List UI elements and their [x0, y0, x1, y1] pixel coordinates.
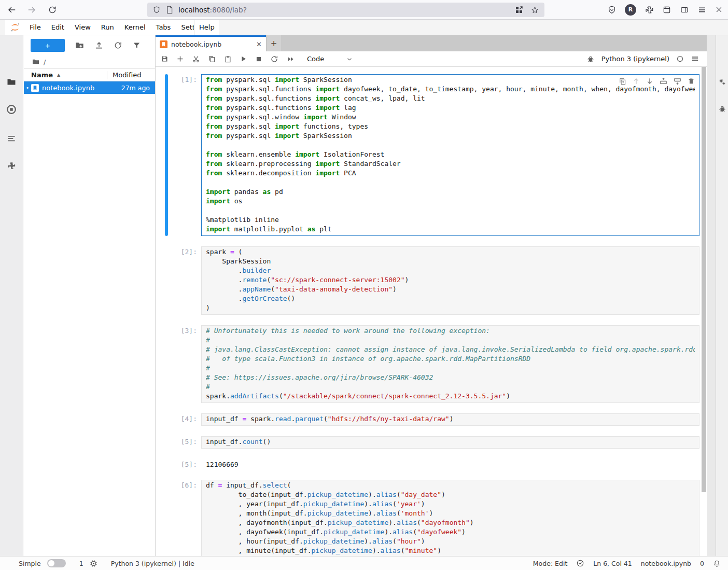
menu-item-file[interactable]: File	[25, 20, 46, 35]
sidebar-toggle-icon[interactable]	[680, 5, 689, 15]
notebook-cell[interactable]: [1]:from pyspark.sql import SparkSession…	[165, 74, 699, 236]
cell-collapser[interactable]	[165, 74, 168, 236]
running-kernels-icon[interactable]	[6, 104, 17, 115]
cell-collapser[interactable]	[165, 459, 168, 471]
home-folder-icon[interactable]	[32, 58, 40, 66]
sort-ascending-icon[interactable]: ▲	[57, 73, 60, 77]
insert-cell-above-icon	[660, 77, 667, 85]
menu-item-tabs[interactable]: Tabs	[151, 20, 176, 35]
cell-prompt: [6]:	[171, 480, 201, 556]
paste-cells-button[interactable]	[224, 55, 232, 63]
menu-item-help[interactable]: Help	[194, 20, 219, 35]
debugger-bug-icon[interactable]	[586, 55, 595, 63]
notebook-cell[interactable]: [6]:df = input_df.select( to_date(input_…	[165, 480, 699, 556]
notebook-tab-bar: notebook.ipynb ✕ +	[156, 35, 707, 51]
scrollbar-thumb[interactable]	[702, 67, 706, 492]
insert-cell-below-button[interactable]	[674, 77, 681, 85]
debugger-tab-icon[interactable]	[718, 105, 726, 113]
new-tab-button[interactable]: +	[266, 35, 281, 51]
file-browser-tab-icon[interactable]	[6, 77, 17, 87]
tab-notebook[interactable]: notebook.ipynb ✕	[156, 35, 266, 51]
restart-kernel-button[interactable]	[270, 55, 278, 63]
notebook-cell[interactable]: [3]:# Unfortunately this is needed to wo…	[165, 325, 699, 403]
cursor-position[interactable]: Ln 6, Col 41	[593, 560, 632, 567]
back-icon[interactable]	[6, 5, 17, 15]
menu-item-view[interactable]: View	[70, 20, 95, 35]
name-column-header[interactable]: Name	[31, 71, 53, 79]
run-cell-button[interactable]	[240, 55, 247, 63]
kernel-name[interactable]: Python 3 (ipykernel)	[601, 55, 669, 63]
breadcrumb-root[interactable]: /	[44, 58, 46, 66]
interrupt-kernel-button[interactable]	[255, 55, 262, 63]
cell-collapser[interactable]	[165, 325, 168, 403]
pocket-icon[interactable]	[607, 5, 617, 15]
output-area[interactable]: [5]:12106669	[165, 459, 699, 471]
property-inspector-icon[interactable]	[718, 78, 726, 86]
terminals-count[interactable]: 1	[79, 560, 83, 567]
cell-editor[interactable]: input_df.count()	[201, 436, 699, 449]
delete-cell-icon	[688, 77, 695, 85]
refresh-icon[interactable]	[114, 41, 122, 50]
screenshot-grid-icon[interactable]	[515, 6, 523, 14]
upload-icon[interactable]	[94, 40, 104, 50]
notebook-cell[interactable]: [5]:input_df.count()	[165, 436, 699, 449]
close-tab-icon[interactable]: ✕	[256, 40, 262, 48]
bell-icon[interactable]	[713, 560, 721, 567]
notebook-cell[interactable]: [2]:spark = ( SparkSession .builder .rem…	[165, 246, 699, 315]
shield-icon[interactable]	[152, 6, 161, 14]
breadcrumb[interactable]: /	[24, 55, 155, 68]
new-folder-icon[interactable]	[75, 40, 85, 50]
cell-output[interactable]: 12106669	[201, 459, 699, 471]
filter-icon[interactable]	[132, 41, 141, 50]
modified-column-header[interactable]: Modified	[107, 71, 155, 79]
file-row[interactable]: • notebook.ipynb 27m ago	[24, 81, 155, 94]
reload-icon[interactable]	[48, 5, 57, 15]
extensions-icon[interactable]	[645, 5, 654, 15]
app-menu-icon[interactable]	[697, 5, 707, 15]
cell-collapser[interactable]	[165, 246, 168, 315]
cell-editor[interactable]: input_df = spark.read.parquet("hdfs://hd…	[201, 413, 699, 426]
kernel-status-icon[interactable]	[676, 55, 684, 63]
cell-collapser[interactable]	[165, 480, 168, 556]
tab-title: notebook.ipynb	[171, 40, 253, 48]
cell-collapser[interactable]	[165, 436, 168, 449]
cell-type-select[interactable]: Code	[307, 55, 353, 63]
notebook-cell[interactable]: [4]:input_df = spark.read.parquet("hdfs:…	[165, 413, 699, 426]
library-icon[interactable]	[662, 5, 671, 15]
table-of-contents-icon[interactable]	[6, 134, 17, 144]
profile-avatar[interactable]: R	[625, 4, 636, 16]
bookmark-star-icon[interactable]	[530, 6, 539, 15]
copy-cells-button[interactable]	[208, 55, 216, 63]
insert-cell-above-button[interactable]	[660, 77, 667, 85]
delete-cell-button[interactable]	[688, 77, 695, 85]
cell-editor[interactable]: # Unfortunately this is needed to work a…	[201, 325, 699, 403]
insert-cell-button[interactable]	[176, 55, 184, 63]
cut-cells-button[interactable]	[192, 55, 200, 63]
move-cell-up-button[interactable]	[633, 77, 640, 85]
command-mode-indicator[interactable]: Mode: Edit	[533, 560, 567, 567]
url-bar[interactable]: localhost:8080/lab?	[147, 3, 544, 17]
notebook-menu-icon[interactable]	[691, 54, 699, 63]
cell-editor[interactable]: df = input_df.select( to_date(input_df.p…	[201, 480, 699, 556]
close-window-icon[interactable]	[715, 6, 723, 13]
extension-manager-icon[interactable]	[7, 161, 17, 171]
kernel-chip-icon[interactable]	[90, 560, 97, 567]
forward-icon[interactable]	[27, 5, 37, 15]
simple-mode-toggle[interactable]	[47, 559, 66, 567]
menu-item-edit[interactable]: Edit	[47, 20, 69, 35]
cell-collapser[interactable]	[165, 413, 168, 426]
duplicate-cell-button[interactable]	[619, 77, 626, 85]
restart-run-all-button[interactable]	[286, 55, 296, 63]
cell-prompt: [4]:	[171, 413, 201, 426]
move-cell-down-button[interactable]	[646, 77, 653, 85]
menu-item-run[interactable]: Run	[96, 20, 119, 35]
kernel-status-text[interactable]: Python 3 (ipykernel) | Idle	[111, 560, 194, 567]
menu-item-kernel[interactable]: Kernel	[120, 20, 150, 35]
notebook-scrollbar[interactable]	[701, 67, 707, 556]
notifications-count[interactable]: 0	[700, 560, 704, 567]
page-info-icon[interactable]	[166, 6, 173, 14]
new-launcher-button[interactable]: +	[31, 39, 65, 52]
cell-editor[interactable]: from pyspark.sql import SparkSessionfrom…	[201, 74, 699, 236]
save-button[interactable]	[161, 55, 169, 63]
cell-editor[interactable]: spark = ( SparkSession .builder .remote(…	[201, 246, 699, 315]
